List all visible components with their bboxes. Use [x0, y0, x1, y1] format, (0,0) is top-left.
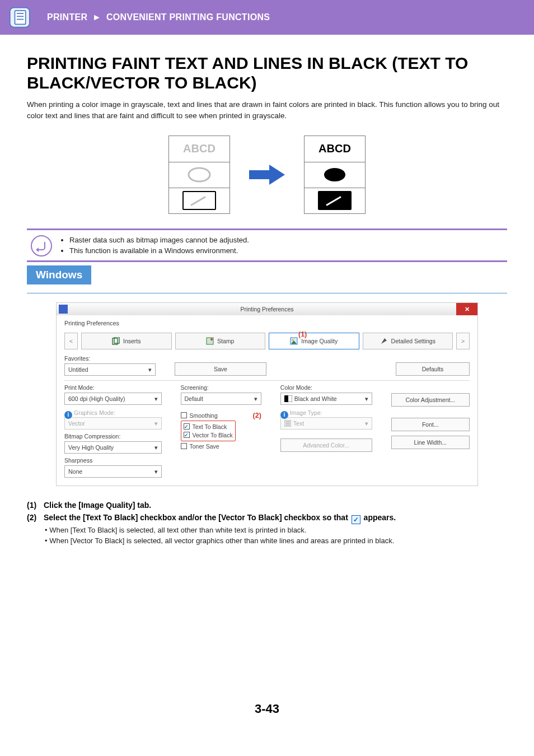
tab-stamp[interactable]: Stamp: [175, 333, 266, 349]
transform-arrow-icon: [249, 164, 285, 186]
svg-rect-1: [15, 11, 26, 25]
svg-point-15: [210, 338, 213, 340]
printer-section-icon: [6, 2, 36, 32]
page-number: 3-43: [0, 702, 534, 716]
breadcrumb-arrow-icon: ►: [92, 12, 101, 22]
text-to-black-checkbox[interactable]: ✓Text To Black: [184, 423, 233, 430]
screening-dropdown[interactable]: Default▾: [181, 393, 261, 405]
save-button[interactable]: Save: [175, 362, 266, 376]
substep: • When [Text To Black] is selected, all …: [45, 526, 507, 534]
step-text: Click the [Image Quality] tab.: [44, 501, 151, 510]
intro-paragraph: When printing a color image in grayscale…: [27, 99, 507, 122]
chevron-down-icon: ▾: [154, 444, 158, 451]
tab-detailed-settings[interactable]: Detailed Settings: [363, 333, 453, 349]
page-title: PRINTING FAINT TEXT AND LINES IN BLACK (…: [27, 54, 507, 92]
favorites-label: Favorites:: [64, 355, 156, 362]
svg-point-5: [189, 168, 210, 181]
substep: • When [Vector To Black] is selected, al…: [45, 536, 507, 545]
before-text: ABCD: [169, 136, 229, 162]
color-adjustment-button[interactable]: Color Adjustment...: [391, 393, 470, 407]
sharpness-label: Sharpness: [64, 457, 162, 464]
toner-save-checkbox[interactable]: Toner Save: [181, 443, 261, 450]
highlighted-group: ✓Text To Black ✓Vector To Black: [181, 421, 236, 441]
svg-rect-19: [284, 395, 288, 402]
svg-point-8: [324, 168, 345, 181]
line-width-button[interactable]: Line Width...: [391, 436, 470, 449]
step-number: (2): [27, 513, 44, 522]
svg-marker-11: [36, 248, 39, 252]
page-header: PRINTER ► CONVENIENT PRINTING FUNCTIONS: [0, 0, 534, 35]
svg-marker-7: [249, 165, 285, 185]
window-titlebar: Printing Preferences ✕: [57, 303, 477, 315]
print-mode-dropdown[interactable]: 600 dpi (High Quality)▾: [64, 393, 162, 405]
step-text: appears.: [364, 513, 396, 522]
chevron-down-icon: ▾: [365, 420, 368, 427]
notes-block: Raster data such as bitmap images cannot…: [0, 230, 534, 260]
note-item: This function is available in a Windows …: [69, 246, 249, 255]
svg-line-6: [191, 197, 205, 205]
window-title: Printing Preferences: [240, 306, 293, 312]
svg-point-10: [31, 236, 51, 256]
color-mode-dropdown[interactable]: Black and White▾: [280, 393, 372, 405]
after-panel: ABCD: [304, 136, 366, 214]
chevron-down-icon: ▾: [148, 366, 152, 373]
info-icon: i: [280, 411, 288, 419]
chevron-down-icon: ▾: [365, 395, 368, 402]
tab-scroll-left[interactable]: <: [64, 333, 78, 349]
screenshot-printing-preferences: Printing Preferences ✕ Printing Preferen…: [56, 302, 478, 486]
breadcrumb-printer[interactable]: PRINTER: [47, 12, 87, 22]
graphics-mode-dropdown: Vector▾: [64, 417, 162, 430]
note-item: Raster data such as bitmap images cannot…: [69, 236, 249, 244]
defaults-button[interactable]: Defaults: [396, 362, 470, 376]
tab-scroll-right[interactable]: >: [456, 333, 470, 349]
breadcrumb-section[interactable]: CONVENIENT PRINTING FUNCTIONS: [106, 12, 270, 22]
bitmap-compression-dropdown[interactable]: Very High Quality▾: [64, 441, 162, 454]
after-text: ABCD: [305, 136, 365, 162]
image-type-dropdown: Text▾: [280, 417, 372, 430]
step-text: Select the [Text To Black] checkbox and/…: [44, 513, 350, 522]
font-button[interactable]: Font...: [391, 418, 470, 431]
smoothing-checkbox[interactable]: Smoothing: [181, 412, 218, 419]
favorites-dropdown[interactable]: Untitled▾: [64, 363, 156, 376]
tab-image-quality[interactable]: Image Quality: [269, 333, 359, 349]
sharpness-dropdown[interactable]: None▾: [64, 465, 162, 478]
breadcrumb: PRINTER ► CONVENIENT PRINTING FUNCTIONS: [47, 12, 270, 22]
bitmap-compression-label: Bitmap Compression:: [64, 433, 162, 440]
image-type-label: Image Type:: [290, 409, 322, 416]
info-return-icon: [30, 235, 53, 257]
callout-2: (2): [253, 412, 261, 419]
color-mode-label: Color Mode:: [280, 384, 372, 391]
before-panel: ABCD: [168, 136, 230, 214]
chevron-down-icon: ▾: [254, 395, 257, 402]
print-mode-label: Print Mode:: [64, 384, 162, 391]
callout-1: (1): [298, 330, 307, 338]
vector-to-black-checkbox[interactable]: ✓Vector To Black: [184, 432, 233, 438]
svg-point-17: [292, 339, 294, 341]
dialog-tab-label: Printing Preferences: [64, 320, 470, 326]
chevron-down-icon: ▾: [154, 395, 158, 402]
window-close-button[interactable]: ✕: [456, 303, 477, 315]
tab-inserts[interactable]: Inserts: [81, 333, 172, 349]
step-number: (1): [27, 501, 44, 510]
section-divider: [27, 260, 507, 262]
chevron-down-icon: ▾: [154, 468, 158, 475]
advanced-color-button: Advanced Color...: [280, 438, 372, 452]
steps-list: (1) Click the [Image Quality] tab. (2) S…: [0, 501, 534, 545]
chevron-down-icon: ▾: [154, 420, 158, 427]
info-icon: i: [64, 411, 72, 419]
svg-line-9: [327, 197, 340, 205]
graphics-mode-label: Graphics Mode:: [74, 409, 115, 416]
windows-tag: Windows: [27, 265, 507, 284]
windows-divider: [27, 293, 507, 293]
app-icon: [59, 305, 68, 314]
screening-label: Screening:: [181, 384, 261, 391]
checked-checkbox-icon: ✓: [352, 515, 360, 524]
illustration: ABCD ABCD: [27, 136, 507, 214]
